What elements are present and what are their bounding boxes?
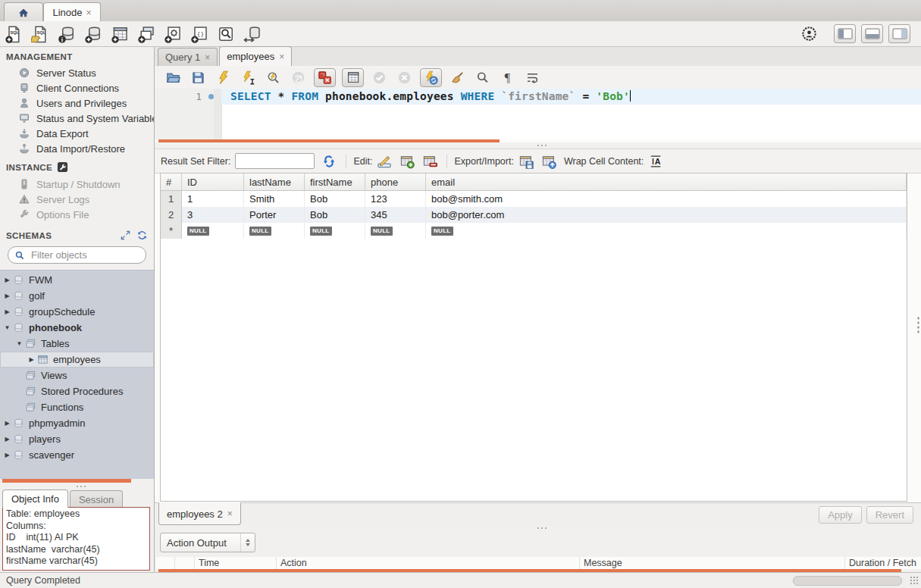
schema-filter-input[interactable]: [30, 249, 139, 261]
sql-editor[interactable]: 1 SELECT * FROM phonebook.employees WHER…: [155, 89, 921, 139]
tree-collapse-arrow-icon[interactable]: ▼: [15, 340, 23, 347]
tree-expand-arrow-icon[interactable]: ▶: [3, 277, 11, 283]
table-cell[interactable]: bob@porter.com: [426, 207, 907, 223]
import-records-icon[interactable]: [541, 154, 556, 169]
connection-tab[interactable]: Linode ×: [43, 2, 101, 22]
open-sql-script-button[interactable]: SQL: [31, 25, 49, 43]
column-header-phone[interactable]: phone: [365, 174, 426, 190]
rollback-button[interactable]: [395, 68, 414, 87]
tree-node-groupschedule[interactable]: ▶groupSchedule: [0, 304, 154, 320]
expand-panel-icon[interactable]: [120, 230, 131, 241]
home-tab[interactable]: [4, 2, 43, 22]
sidebar-item-startup-shutdown[interactable]: Startup / Shutdown: [0, 177, 154, 192]
table-cell[interactable]: NULL: [182, 223, 244, 239]
sidebar-item-options-file[interactable]: Options File: [0, 207, 154, 222]
result-tab-employees-2[interactable]: employees 2 ×: [158, 502, 241, 525]
autocommit-button[interactable]: [420, 68, 442, 87]
sidebar-item-client-connections[interactable]: Client Connections: [0, 80, 154, 95]
table-cell[interactable]: Smith: [244, 191, 305, 207]
apply-button[interactable]: Apply: [819, 506, 862, 524]
tree-node-fwm[interactable]: ▶FWM: [0, 272, 154, 288]
open-script-button[interactable]: [164, 68, 183, 87]
limit-rows-button[interactable]: [342, 68, 364, 87]
beautify-button[interactable]: [448, 68, 467, 87]
tree-expand-arrow-icon[interactable]: ▶: [3, 420, 11, 427]
tree-node-golf[interactable]: ▶golf: [0, 288, 154, 304]
refresh-schemas-icon[interactable]: [136, 230, 148, 241]
table-cell[interactable]: 123: [365, 191, 426, 207]
search-table-data-button[interactable]: [217, 25, 235, 43]
table-cell[interactable]: NULL: [426, 223, 907, 239]
table-cell[interactable]: bob@smith.com: [426, 191, 907, 207]
table-cell[interactable]: Bob: [305, 207, 365, 223]
tree-expand-arrow-icon[interactable]: ▶: [3, 436, 11, 443]
find-button[interactable]: [473, 68, 492, 87]
explain-button[interactable]: [264, 68, 283, 87]
tree-node-tables[interactable]: ▼Tables: [0, 336, 154, 352]
tree-expand-arrow-icon[interactable]: ▶: [3, 452, 11, 458]
sidebar-splitter-grip[interactable]: [0, 483, 154, 489]
refresh-results-icon[interactable]: [321, 154, 337, 169]
column-header-firstname[interactable]: firstName: [305, 174, 365, 190]
wrap-cell-icon[interactable]: A: [648, 154, 663, 169]
stop-button[interactable]: [289, 68, 308, 87]
right-panel-grip[interactable]: [917, 316, 919, 334]
create-schema-button[interactable]: [84, 25, 102, 43]
execute-current-button[interactable]: [239, 68, 258, 87]
tab-object-info[interactable]: Object Info: [2, 489, 68, 508]
tree-node-phpmyadmin[interactable]: ▶phpmyadmin: [0, 415, 154, 431]
delete-row-icon[interactable]: [422, 154, 437, 169]
tree-expand-arrow-icon[interactable]: ▶: [3, 292, 11, 299]
tree-node-scavenger[interactable]: ▶scavenger: [0, 447, 154, 463]
table-cell[interactable]: 1: [182, 191, 244, 207]
close-tab-icon[interactable]: ×: [205, 52, 210, 63]
user-status-icon[interactable]: [801, 26, 817, 42]
panel-bottom-toggle-button[interactable]: [861, 24, 883, 43]
edit-record-icon[interactable]: [377, 154, 392, 169]
tree-node-players[interactable]: ▶players: [0, 431, 154, 447]
reconnect-dbms-button[interactable]: [243, 25, 262, 43]
close-tab-icon[interactable]: ×: [279, 52, 284, 62]
execute-button[interactable]: [214, 68, 233, 87]
add-row-icon[interactable]: [399, 154, 415, 169]
sidebar-item-data-import-restore[interactable]: Data Import/Restore: [0, 141, 154, 156]
schema-inspector-button[interactable]: i: [58, 25, 76, 43]
tree-node-phonebook[interactable]: ▼phonebook: [0, 320, 154, 336]
tab-session[interactable]: Session: [70, 490, 123, 508]
horizontal-scrollbar-thumb[interactable]: [793, 576, 902, 586]
sidebar-item-status-and-system-variables[interactable]: Status and System Variables: [0, 111, 154, 126]
window-resize-grip[interactable]: [910, 576, 919, 586]
save-script-button[interactable]: [189, 68, 208, 87]
result-set-filter-input[interactable]: [235, 153, 315, 169]
column-header-id[interactable]: ID: [182, 174, 244, 190]
tree-node-employees[interactable]: ▶employees: [0, 352, 154, 368]
panel-right-toggle-button[interactable]: [888, 24, 910, 43]
create-procedure-button[interactable]: [164, 25, 182, 43]
editor-results-splitter[interactable]: [155, 142, 921, 149]
commit-button[interactable]: [370, 68, 389, 87]
tree-node-stored-procedures[interactable]: Stored Procedures: [0, 383, 154, 399]
revert-button[interactable]: Revert: [866, 506, 913, 524]
sidebar-item-server-logs[interactable]: Server Logs: [0, 192, 154, 207]
tree-collapse-arrow-icon[interactable]: ▼: [3, 324, 11, 331]
sidebar-item-users-and-privileges[interactable]: Users and Privileges: [0, 95, 154, 111]
table-cell[interactable]: NULL: [365, 223, 426, 239]
table-cell[interactable]: NULL: [244, 223, 305, 239]
tree-node-views[interactable]: Views: [0, 368, 154, 383]
sql-statement[interactable]: SELECT * FROM phonebook.employees WHERE …: [230, 89, 631, 105]
create-function-button[interactable]: { }: [190, 25, 208, 43]
row-number-cell[interactable]: 2: [161, 207, 182, 223]
column-header-lastname[interactable]: lastName: [244, 174, 305, 190]
close-tab-icon[interactable]: ×: [86, 8, 92, 18]
sidebar-item-server-status[interactable]: Server Status: [0, 65, 154, 80]
close-tab-icon[interactable]: ×: [227, 508, 233, 519]
tree-expand-arrow-icon[interactable]: ▶: [3, 308, 11, 315]
create-view-button[interactable]: [137, 25, 155, 43]
column-header-email[interactable]: email: [426, 174, 907, 190]
create-table-button[interactable]: [111, 25, 129, 43]
column-header-rownum[interactable]: #: [161, 174, 182, 190]
table-cell[interactable]: Bob: [305, 191, 365, 207]
new-query-tab-button[interactable]: SQL: [5, 25, 23, 43]
table-cell[interactable]: 3: [182, 207, 244, 223]
export-recordset-icon[interactable]: [518, 154, 534, 169]
